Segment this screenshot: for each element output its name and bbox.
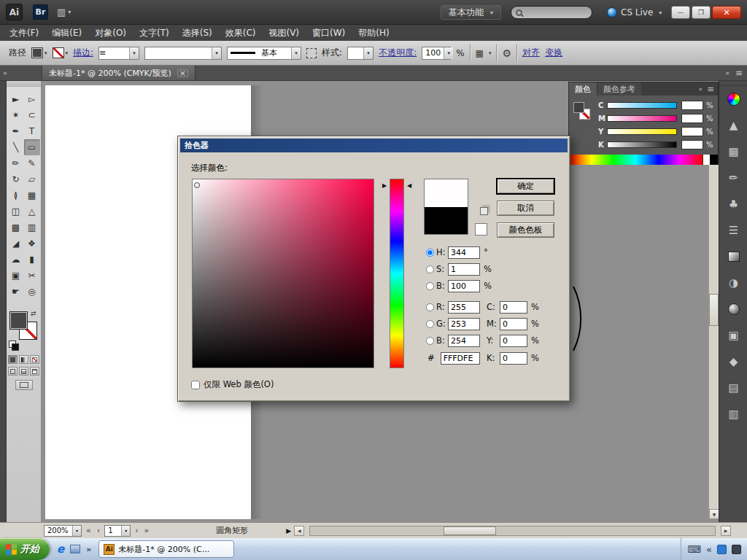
panel-menu-icon[interactable]: ≡ [707,84,714,94]
magenta-input[interactable] [500,318,527,330]
scroll-left-icon[interactable]: ◀ [294,526,304,536]
menu-help[interactable]: 帮助(H) [352,25,395,41]
saturation-radio[interactable] [426,265,434,273]
red-radio[interactable] [426,303,434,311]
first-artboard-icon[interactable]: « [85,526,93,535]
tray-collapse-icon[interactable]: « [706,544,712,555]
hue-radio[interactable] [426,249,434,257]
yellow-input[interactable] [500,335,527,347]
stroke-panel-button[interactable]: ☰ [719,217,747,244]
perspective-grid-tool[interactable]: △ [24,203,40,219]
type-tool[interactable]: T [24,123,40,139]
collapse-right-icon[interactable]: » [725,69,729,77]
links-panel-button[interactable]: ▣ [719,322,747,349]
layers-panel-button[interactable]: ▤ [719,375,747,401]
direct-selection-tool[interactable]: ▻ [24,91,40,107]
menu-object[interactable]: 对象(O) [88,25,133,41]
brush-definition-dropdown[interactable]: 基本 ▾ [227,47,301,60]
menu-effect[interactable]: 效果(C) [219,25,263,41]
cancel-button[interactable]: 取消 [497,201,554,216]
black-value-input[interactable] [681,140,703,149]
red-input[interactable] [448,301,480,314]
transparency-panel-button[interactable]: ◑ [719,270,747,296]
artboard-number-dropdown[interactable]: 1 ▾ [104,525,131,537]
color-mode-button[interactable] [8,355,18,364]
draw-normal-button[interactable] [8,367,18,376]
scroll-down-icon[interactable]: ▼ [709,509,719,519]
black-slider[interactable] [607,141,677,148]
mesh-tool[interactable]: ▩ [8,219,24,236]
graphic-styles-panel-button[interactable]: ◆ [719,349,747,375]
default-fill-stroke-icon[interactable] [9,341,19,351]
bridge-icon[interactable]: Br [33,4,48,20]
free-transform-tool[interactable]: ▦ [24,187,40,203]
slice-tool[interactable]: ✂ [24,268,40,284]
spectrum-white-swatch[interactable] [703,155,710,165]
magenta-value-input[interactable] [681,114,703,123]
scroll-right-icon[interactable]: ▶ [721,526,731,536]
stroke-color-dropdown[interactable]: ▾ [53,47,69,58]
menu-type[interactable]: 文字(T) [133,25,176,41]
color-spectrum-bar[interactable] [569,155,718,165]
hue-slider-right-arrow-icon[interactable]: ◀ [407,182,411,189]
cyan-value-input[interactable] [681,101,703,110]
shape-builder-tool[interactable]: ◫ [8,203,24,219]
draw-behind-button[interactable] [19,367,28,376]
pen-tool[interactable]: ✒ [8,123,24,139]
blend-tool[interactable]: ❖ [24,236,40,252]
green-radio[interactable] [426,320,434,328]
width-profile-dropdown[interactable]: ▾ [144,47,222,60]
workspace-switcher[interactable]: 基本功能 ▾ [441,5,501,20]
brightness-input[interactable] [448,280,480,292]
transform-link[interactable]: 变换 [545,47,562,59]
swap-fill-stroke-icon[interactable]: ⇄ [31,310,36,317]
search-box[interactable] [511,6,592,19]
search-input[interactable] [522,8,592,17]
hue-slider-left-arrow-icon[interactable]: ▶ [382,182,387,189]
internet-explorer-icon[interactable]: e [57,542,64,556]
next-artboard-icon[interactable]: › [133,526,139,535]
artboard-tool[interactable]: ▣ [8,268,24,284]
menu-file[interactable]: 文件(F) [3,25,45,41]
tools-panel-grip[interactable] [7,81,41,87]
status-options-icon[interactable]: ▶ [286,527,291,534]
close-tab-icon[interactable]: × [177,69,188,77]
tray-icon-2[interactable] [732,545,741,554]
opacity-link[interactable]: 不透明度: [379,47,417,59]
spectrum-black-swatch[interactable] [710,155,718,165]
spectrum-gradient[interactable] [569,155,703,165]
blue-input[interactable] [448,335,480,347]
rectangle-tool[interactable]: ▭ [24,139,40,155]
fill-color-dropdown[interactable]: ▾ [31,47,47,58]
artboards-panel-button[interactable]: ▥ [719,401,747,427]
swatches-panel-button[interactable]: ▦ [719,139,747,165]
scale-tool[interactable]: ▱ [24,171,40,187]
horizontal-scroll-thumb[interactable] [444,526,496,535]
dialog-title-bar[interactable]: 拾色器 [180,139,568,152]
document-tab[interactable]: 未标题-1* @ 200% (CMYK/预览) × [42,66,196,80]
close-button[interactable]: ✕ [712,6,741,19]
menu-edit[interactable]: 编辑(E) [45,25,88,41]
opacity-dropdown[interactable]: 100 ▾ [422,47,451,60]
symbols-panel-button[interactable]: ♣ [719,191,747,217]
panel-fill-swatch[interactable] [573,102,584,113]
cyan-slider[interactable] [607,102,677,109]
show-desktop-icon[interactable] [70,545,80,553]
paintbrush-tool[interactable]: ✏ [8,155,24,171]
width-tool[interactable]: ≬ [8,187,24,203]
gear-icon[interactable]: ⚙ [502,47,511,59]
ok-button[interactable]: 确定 [497,179,554,194]
tray-icon-1[interactable] [717,545,727,554]
stroke-panel-link[interactable]: 描边: [73,47,93,59]
brushes-panel-button[interactable]: ✏ [719,165,747,191]
taskbar-document-button[interactable]: Ai 未标题-1* @ 200% (C... [98,540,234,558]
gradient-mode-button[interactable] [19,355,28,364]
magic-wand-tool[interactable]: ✶ [8,107,24,123]
draw-inside-button[interactable] [30,367,39,376]
saturation-brightness-field[interactable] [192,179,374,368]
none-mode-button[interactable] [30,355,39,364]
cyan-input[interactable] [500,301,527,314]
last-artboard-icon[interactable]: » [143,526,151,535]
color-swatches-button[interactable]: 颜色色板 [497,222,554,238]
graphic-style-dropdown[interactable]: ▾ [347,47,374,60]
